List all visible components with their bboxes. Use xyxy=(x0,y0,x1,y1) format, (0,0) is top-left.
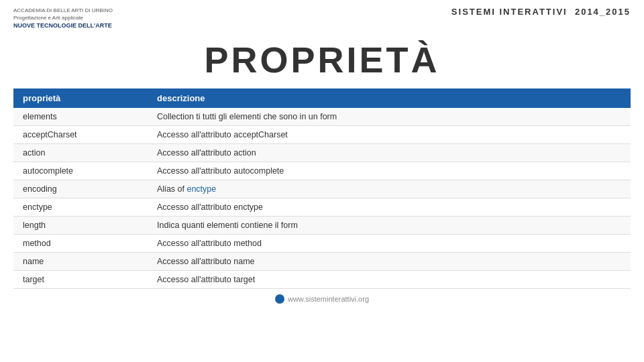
table-row: encodingAlias of enctype xyxy=(13,180,631,198)
description-cell: Accesso all'attributo autocomplete xyxy=(148,162,631,180)
table-row: nameAccesso all'attributo name xyxy=(13,252,631,270)
property-cell: name xyxy=(13,252,148,270)
footer-url: www.sisteminterattivi.org xyxy=(288,295,369,303)
table-row: elementsCollection ti tutti gli elementi… xyxy=(13,108,631,126)
footer: www.sisteminterattivi.org xyxy=(0,294,644,304)
property-cell: encoding xyxy=(13,180,148,198)
table-row: actionAccesso all'attributo action xyxy=(13,143,631,162)
course-prefix: SISTEMI INTERATTIVI xyxy=(451,7,568,17)
description-cell: Accesso all'attributo name xyxy=(148,252,631,270)
table-row: acceptCharsetAccesso all'attributo accep… xyxy=(13,125,631,143)
academy-line1: ACCADEMIA DI BELLE ARTI DI URBINO xyxy=(13,7,113,14)
property-cell: target xyxy=(13,270,148,288)
property-cell: length xyxy=(13,216,148,234)
footer-icon xyxy=(275,294,284,304)
table-row: methodAccesso all'attributo method xyxy=(13,234,631,252)
header: ACCADEMIA DI BELLE ARTI DI URBINO Proget… xyxy=(0,0,644,34)
enctype-link[interactable]: enctype xyxy=(186,184,216,194)
table-header-row: proprietà descrizione xyxy=(13,88,631,108)
property-cell: acceptCharset xyxy=(13,125,148,143)
table-row: targetAccesso all'attributo target xyxy=(13,270,631,288)
property-cell: autocomplete xyxy=(13,162,148,180)
description-cell: Accesso all'attributo action xyxy=(148,143,631,162)
course-title: SISTEMI INTERATTIVI 2014_2015 xyxy=(451,7,631,17)
property-cell: method xyxy=(13,234,148,252)
table-row: lengthIndica quanti elementi contiene il… xyxy=(13,216,631,234)
description-cell: Collection ti tutti gli elementi che son… xyxy=(148,108,631,126)
properties-table: proprietà descrizione elementsCollection… xyxy=(13,88,631,289)
description-cell: Alias of enctype xyxy=(148,180,631,198)
properties-table-container: proprietà descrizione elementsCollection… xyxy=(13,88,631,289)
description-cell: Accesso all'attributo method xyxy=(148,234,631,252)
property-cell: enctype xyxy=(13,198,148,216)
description-cell: Accesso all'attributo target xyxy=(148,270,631,288)
page-title: PROPRIETÀ xyxy=(0,34,644,88)
academy-line3: NUOVE TECNOLOGIE DELL'ARTE xyxy=(13,21,113,30)
property-cell: action xyxy=(13,143,148,162)
table-row: enctypeAccesso all'attributo enctype xyxy=(13,198,631,216)
col-header-description: descrizione xyxy=(148,88,631,108)
table-row: autocompleteAccesso all'attributo autoco… xyxy=(13,162,631,180)
col-header-property: proprietà xyxy=(13,88,148,108)
academy-info: ACCADEMIA DI BELLE ARTI DI URBINO Proget… xyxy=(13,7,113,30)
academy-line2: Progettazione e Arti applicate xyxy=(13,14,113,21)
property-cell: elements xyxy=(13,108,148,126)
course-year: 2014_2015 xyxy=(575,7,631,17)
description-cell: Indica quanti elementi contiene il form xyxy=(148,216,631,234)
description-cell: Accesso all'attributo enctype xyxy=(148,198,631,216)
description-cell: Accesso all'attributo acceptCharset xyxy=(148,125,631,143)
